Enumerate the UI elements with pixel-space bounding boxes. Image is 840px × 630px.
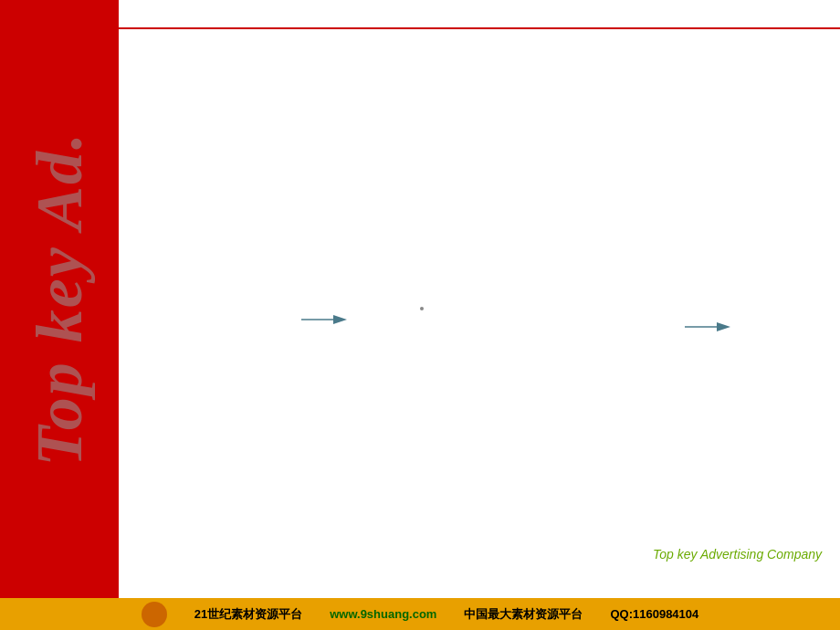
bottom-bar-text2: 中国最大素材资源平台 <box>464 606 583 623</box>
page-wrapper: Top key Ad. Top key Advertising Company … <box>0 0 840 630</box>
bottom-bar-qq: QQ:1160984104 <box>610 607 698 621</box>
bottom-bar: 21世纪素材资源平台 www.9shuang.com 中国最大素材资源平台 QQ… <box>0 598 840 630</box>
right-arrow <box>685 318 730 340</box>
bottom-bar-url[interactable]: www.9shuang.com <box>330 607 436 621</box>
company-name: Top key Advertising Company <box>653 547 822 562</box>
bottom-bar-text1: 21世纪素材资源平台 <box>194 606 302 623</box>
center-dot <box>420 307 424 310</box>
top-border <box>119 27 840 29</box>
sidebar: Top key Ad. <box>0 0 119 598</box>
left-arrow <box>301 310 347 332</box>
main-content: Top key Advertising Company <box>119 0 840 598</box>
svg-marker-3 <box>717 322 730 331</box>
bottom-bar-icon <box>142 602 167 627</box>
sidebar-title: Top key Ad. <box>26 131 92 467</box>
svg-marker-1 <box>333 315 347 324</box>
